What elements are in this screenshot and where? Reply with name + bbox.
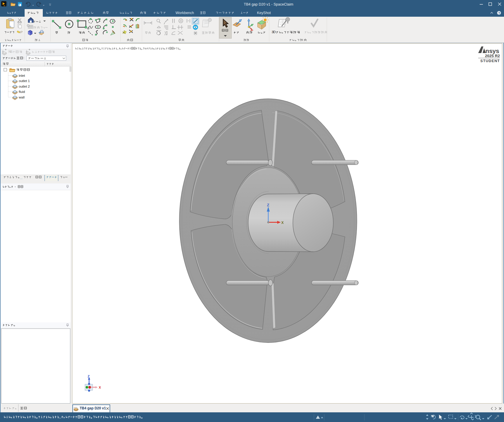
svg-text:outlet 1: outlet 1 — [19, 79, 30, 83]
svg-text:fluid: fluid — [19, 90, 25, 93]
svg-text:...: ... — [20, 176, 23, 180]
svg-text:NS: NS — [8, 50, 13, 53]
svg-text:3D: 3D — [272, 30, 276, 34]
svg-text:-: - — [15, 184, 16, 188]
svg-text:wall: wall — [18, 96, 25, 99]
svg-text:outlet 2: outlet 2 — [19, 85, 30, 88]
svg-text:inlet: inlet — [19, 74, 25, 77]
svg-text::: : — [23, 56, 24, 60]
